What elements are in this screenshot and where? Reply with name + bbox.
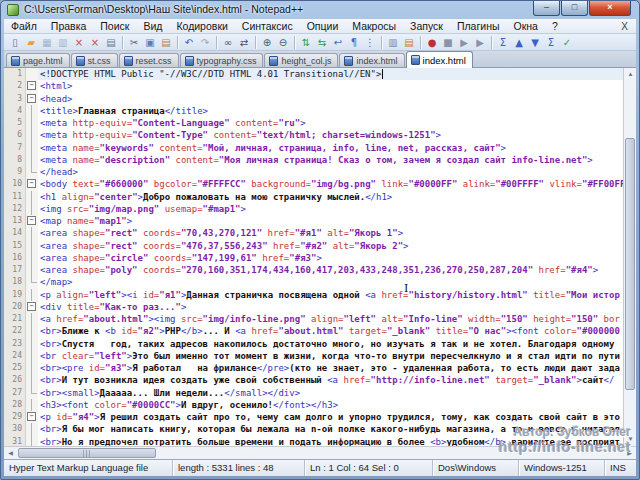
code-text[interactable]: <div title="Как-то раз..."> <box>38 301 623 313</box>
copy-icon[interactable]: ▣ <box>142 35 158 50</box>
close-all-icon[interactable]: × <box>87 35 103 50</box>
editor-line-22[interactable]: 22<br>Ближе к <b id="я2">PHP</b>... И <a… <box>4 325 623 337</box>
save-all-icon[interactable]: ▥ <box>55 35 71 50</box>
menu-item-4[interactable]: Вид <box>136 19 169 33</box>
spell-check-icon[interactable]: ✓ <box>559 35 575 50</box>
code-text[interactable]: <html> <box>38 80 623 92</box>
tab-st.css-2[interactable]: st.css <box>71 53 118 67</box>
close-button[interactable]: × <box>589 1 631 16</box>
editor-line-14[interactable]: 14<area shape="rect" coords="70,43,270,1… <box>4 227 623 239</box>
editor-line-2[interactable]: 2−<html> <box>4 80 623 92</box>
editor-line-6[interactable]: 6<meta http-equiv="Content-Type" content… <box>4 129 623 141</box>
editor-line-25[interactable]: 25<br><pre id="я3">Я работал на фрилансе… <box>4 362 623 374</box>
show-all-chars-icon[interactable]: ¶ <box>346 35 362 50</box>
editor-line-13[interactable]: 13−<map name="map1"> <box>4 215 623 227</box>
menu-item-7[interactable]: Опции <box>300 19 346 33</box>
editor-line-30[interactable]: 30<br>Я бы мог написать книгу, которая б… <box>4 423 623 435</box>
tab-index.html-7[interactable]: index.html <box>406 51 473 68</box>
code-text[interactable]: <map name="map1"> <box>38 215 623 227</box>
menu-item-1[interactable]: Файл <box>4 19 44 33</box>
menu-item-8[interactable]: Макросы <box>345 19 403 33</box>
sum-alt-icon[interactable]: Σ <box>543 35 559 50</box>
menu-item-3[interactable]: Поиск <box>93 19 136 33</box>
editor-line-10[interactable]: 10−<body text="#660000" bgcolor="#FFFFCC… <box>4 178 623 190</box>
sum-icon[interactable]: Σ <box>495 35 511 50</box>
menu-item-9[interactable]: Запуск <box>403 19 450 33</box>
code-text[interactable]: </head> <box>38 166 623 178</box>
tab-index.html-6[interactable]: index.html <box>339 53 404 67</box>
editor-line-17[interactable]: 17<area shape="poly" coords="270,160,351… <box>4 264 623 276</box>
editor-lines[interactable]: 1<!DOCTYPE HTML Public "-//W3C//DTD HTML… <box>4 68 623 446</box>
sync-horizontal-scroll-icon[interactable]: ⇆ <box>314 35 330 50</box>
horizontal-scrollbar[interactable]: ◀ ▶ <box>4 446 636 459</box>
play-macro-icon[interactable]: ▶ <box>456 35 472 50</box>
zoom-in-icon[interactable]: ⊕ <box>259 35 275 50</box>
editor-line-24[interactable]: 24<br clear="left">Это был именно тот мо… <box>4 350 623 362</box>
editor-line-26[interactable]: 26<br>И тут возникла идея создать уже св… <box>4 374 623 386</box>
editor-line-7[interactable]: 7<meta name="keywords" content="Мой, лич… <box>4 142 623 154</box>
maximize-button[interactable]: □ <box>561 1 588 16</box>
code-text[interactable]: <area shape="poly" coords="270,160,351,1… <box>38 264 623 276</box>
code-text[interactable]: <area shape="rect" coords="70,43,270,121… <box>38 227 623 239</box>
paste-icon[interactable]: ▤ <box>158 35 174 50</box>
editor-line-5[interactable]: 5<meta http-equiv="Content-Language" con… <box>4 117 623 129</box>
new-file-icon[interactable]: ▯ <box>7 35 23 50</box>
code-text[interactable]: </map> <box>38 276 623 288</box>
editor-line-12[interactable]: 12<img src="img/map.png" usemap="#map1"> <box>4 203 623 215</box>
document-map-icon[interactable]: ▥ <box>385 35 401 50</box>
editor-line-16[interactable]: 16<area shape="circle" coords="147,199,6… <box>4 252 623 264</box>
run-macro-multiple-icon[interactable]: ▶ <box>472 35 488 50</box>
code-text[interactable]: <br>Ближе к <b id="я2">PHP</b>... И <a h… <box>38 325 623 337</box>
scroll-down-arrow-icon[interactable]: ▼ <box>624 433 636 446</box>
code-text[interactable]: <body text="#660000" bgcolor="#FFFFCC" b… <box>38 178 623 190</box>
fold-collapse-icon[interactable]: − <box>27 94 36 103</box>
stop-macro-icon[interactable]: ■ <box>440 35 456 50</box>
sort-descending-icon[interactable]: ▼ <box>527 35 543 50</box>
fold-collapse-icon[interactable]: − <box>27 81 36 90</box>
save-file-icon[interactable]: ▦ <box>39 35 55 50</box>
code-text[interactable]: <h3><font color="#0000CC">И вдруг, осени… <box>38 399 623 411</box>
code-text[interactable]: <head> <box>38 93 623 105</box>
tab-page.html-1[interactable]: page.html <box>6 53 70 67</box>
title-bar[interactable]: C:\Users\Forman\Desktop\Наш Site\index.h… <box>1 1 639 19</box>
code-text[interactable]: <p id="я4">Я решил создать сайт про то, … <box>38 411 623 423</box>
tab-height_col.js-5[interactable]: height_col.js <box>264 53 338 67</box>
tab-typography.css-4[interactable]: typography.css <box>180 53 264 67</box>
code-text[interactable]: <area shape="circle" coords="147,199,61"… <box>38 252 623 264</box>
sort-ascending-icon[interactable]: ▲ <box>511 35 527 50</box>
editor-pane[interactable]: 1<!DOCTYPE HTML Public "-//W3C//DTD HTML… <box>4 68 636 446</box>
code-text[interactable]: <img src="img/map.png" usemap="#map1"> <box>38 203 623 215</box>
record-macro-icon[interactable]: ● <box>424 35 440 50</box>
editor-line-20[interactable]: 20−<div title="Как-то раз..."> <box>4 301 623 313</box>
editor-line-31[interactable]: 31<br>Но я предпочел потратить больше вр… <box>4 436 623 447</box>
replace-icon[interactable]: ⇄ <box>236 35 252 50</box>
code-text[interactable]: <br>И тут возникла идея создать уже свой… <box>38 374 623 386</box>
document-close-x[interactable]: X <box>613 21 636 32</box>
code-text[interactable]: <br><pre id="я3">Я работал на фрилансе</… <box>38 362 623 374</box>
menu-item-10[interactable]: Плагины <box>450 19 507 33</box>
editor-line-8[interactable]: 8<meta name="description" content="Моя л… <box>4 154 623 166</box>
fold-collapse-icon[interactable]: − <box>27 302 36 311</box>
editor-line-15[interactable]: 15<area shape="rect" coords="476,37,556,… <box>4 240 623 252</box>
code-text[interactable]: <meta http-equiv="Content-Type" content=… <box>38 129 623 141</box>
print-icon[interactable]: ▤ <box>103 35 119 50</box>
editor-line-21[interactable]: 21<a href="about.html"><img src="img/inf… <box>4 313 623 325</box>
code-text[interactable]: <area shape="rect" coords="476,37,556,24… <box>38 240 623 252</box>
minimize-button[interactable]: – <box>533 1 560 16</box>
code-text[interactable]: <!DOCTYPE HTML Public "-//W3C//DTD HTML … <box>38 68 623 80</box>
editor-line-9[interactable]: 9</head> <box>4 166 623 178</box>
menu-item-12[interactable]: ? <box>545 19 565 33</box>
editor-line-29[interactable]: 29−<p id="я4">Я решил создать сайт про т… <box>4 411 623 423</box>
editor-line-3[interactable]: 3−<head> <box>4 93 623 105</box>
editor-line-19[interactable]: 19<p align="left"><i id="я1">Данная стра… <box>4 289 623 301</box>
editor-line-27[interactable]: 27<br><small>Дааааа... Шли недели...</sm… <box>4 387 623 399</box>
code-text[interactable]: <h1 align="center">Добро пожаловать на м… <box>38 191 623 203</box>
code-text[interactable]: <a href="about.html"><img src="img/info-… <box>38 313 623 325</box>
editor-line-23[interactable]: 23<br>Спустя год, таких адресов накопило… <box>4 338 623 350</box>
function-list-icon[interactable]: ▤ <box>401 35 417 50</box>
open-file-icon[interactable]: ▰ <box>23 35 39 50</box>
vertical-scrollbar-thumb[interactable] <box>625 138 635 390</box>
code-text[interactable]: <meta name="keywords" content="Мой, личн… <box>38 142 623 154</box>
fold-collapse-icon[interactable]: − <box>27 216 36 225</box>
indent-guide-icon[interactable]: ⋮ <box>362 35 378 50</box>
